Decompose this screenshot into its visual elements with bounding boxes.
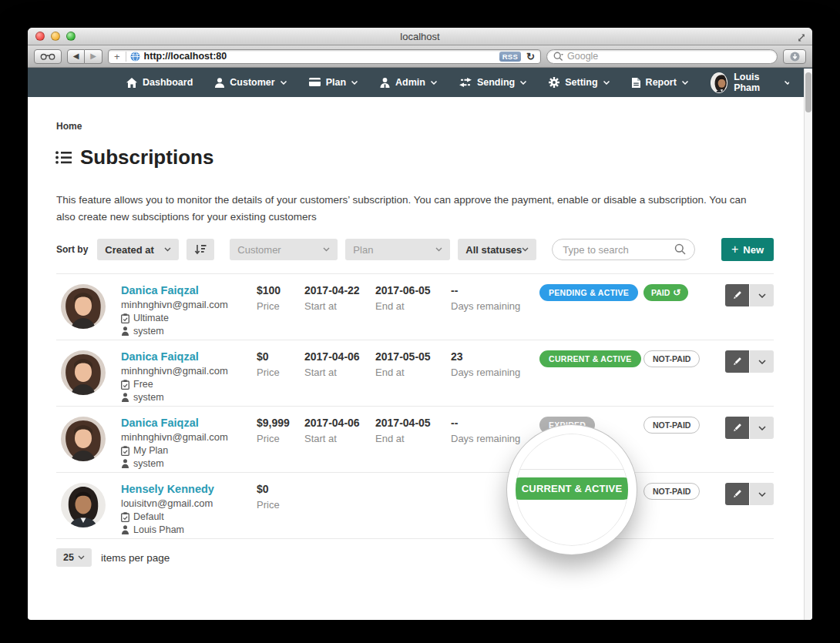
row-menu-button[interactable] [750,284,774,306]
breadcrumb[interactable]: Home [28,97,812,132]
nav-item-sending[interactable]: Sending [459,77,526,88]
pencil-icon [732,357,742,367]
scrollbar-thumb[interactable] [805,72,811,112]
address-bar[interactable]: + RSS ↻ [108,49,541,64]
sort-direction-button[interactable] [186,239,214,260]
web-search-input[interactable] [567,51,771,62]
new-subscription-button[interactable]: + New [721,238,774,261]
nav-item-admin[interactable]: Admin [380,77,437,88]
price-value: $100 [257,284,304,296]
gear-icon [549,77,559,88]
app-navbar: Dashboard Customer Plan Admin Sending Se… [28,68,812,97]
per-page-select[interactable]: 25 [56,548,92,567]
fullscreen-icon[interactable] [797,32,806,45]
window-title: localhost [400,31,439,42]
nav-item-customer[interactable]: Customer [215,77,286,88]
plan-name: Ultimate [121,313,257,323]
edit-button[interactable] [725,483,749,505]
sort-by-label: Sort by [56,244,88,255]
edit-button[interactable] [725,417,749,439]
minimize-button[interactable] [51,32,60,41]
owner-name: Louis Pham [121,524,257,535]
edit-button[interactable] [725,350,749,373]
owner-name-text: system [133,458,164,469]
close-button[interactable] [35,32,45,41]
reload-icon[interactable]: ↻ [525,51,536,62]
downloads-button[interactable] [783,49,806,64]
customer-name-link[interactable]: Danica Faiqzal [121,417,257,429]
forward-button[interactable]: ▶ [85,49,102,64]
zoom-button[interactable] [66,32,76,41]
payment-badge: NOT-PAID [643,483,700,500]
owner-name: system [121,392,257,403]
nav-label: Admin [395,77,425,88]
nav-label: Setting [565,77,597,88]
traffic-lights [35,32,76,41]
row-menu-button[interactable] [750,350,774,373]
topsites-button[interactable] [34,49,62,64]
customer-name-link[interactable]: Danica Faiqzal [121,284,257,296]
history-nav-buttons: ◀ ▶ [67,49,102,64]
user-menu[interactable]: Louis Pham [711,72,789,93]
start-value: 2017-04-06 [304,350,375,363]
payment-badge: NOT-PAID [643,350,700,367]
edit-button[interactable] [725,284,749,306]
start-label: Start at [304,300,375,312]
customer-filter-select[interactable]: Customer [230,239,338,260]
plan-name-text: Ultimate [133,313,169,323]
download-icon [790,52,800,62]
row-menu-button[interactable] [750,417,774,439]
customer-email: minhnghivn@gmail.com [121,299,257,310]
price-label: Price [257,499,304,511]
per-page-label: items per page [101,552,170,564]
customer-name-link[interactable]: Danica Faiqzal [121,350,257,363]
plan-filter-select[interactable]: Plan [345,239,450,260]
divider [126,52,126,62]
page-title-text: Subscriptions [80,146,213,169]
start-value: 2017-04-22 [304,284,375,296]
scrollbar[interactable] [804,69,812,620]
customer-email: minhnghivn@gmail.com [121,431,257,443]
nav-label: Sending [477,77,515,88]
status-filter-select[interactable]: All statuses [458,239,536,260]
magnified-status-badge: CURRENT & ACTIVE [509,477,635,500]
customer-name-link[interactable]: Hensely Kennedy [121,483,257,495]
end-label: End at [375,433,451,444]
new-button-label: New [743,244,764,256]
price-label: Price [257,300,304,312]
status-badge: CURRENT & ACTIVE [539,350,641,367]
nav-item-plan[interactable]: Plan [309,77,358,88]
web-search-field[interactable] [546,49,778,64]
add-bookmark-icon[interactable]: + [113,51,122,62]
nav-item-setting[interactable]: Setting [549,77,609,88]
chevron-down-icon [78,555,85,560]
nav-label: Report [646,77,677,88]
row-menu-button[interactable] [750,483,774,505]
nav-item-dashboard[interactable]: Dashboard [126,77,193,88]
sort-field-select[interactable]: Created at [97,239,179,260]
browser-toolbar: ◀ ▶ + RSS ↻ [28,45,812,68]
person-icon [121,393,129,402]
nav-item-report[interactable]: Report [632,77,688,88]
rss-badge[interactable]: RSS [499,52,521,62]
start-value: 2017-04-06 [304,417,375,429]
plan-name: Default [121,511,257,522]
table-search-input[interactable] [563,244,674,256]
nav-label: Customer [230,77,274,88]
back-button[interactable]: ◀ [67,49,85,64]
table-row: Danica Faiqzal minhnghivn@gmail.com Free… [56,340,774,406]
chevron-down-icon [758,293,766,298]
plan-name: My Plan [121,445,257,456]
file-icon [632,78,640,88]
avatar [711,72,727,93]
customer-email: louisitvn@gmail.com [121,497,257,509]
plus-icon: + [731,243,738,256]
chevron-down-icon [323,247,330,252]
table-search-field[interactable] [552,239,695,260]
days-value: -- [451,284,539,296]
nav-label: Dashboard [143,77,193,88]
start-label: Start at [304,367,375,378]
search-icon [674,243,687,256]
url-input[interactable] [144,51,496,62]
plan-name-text: My Plan [133,445,168,456]
